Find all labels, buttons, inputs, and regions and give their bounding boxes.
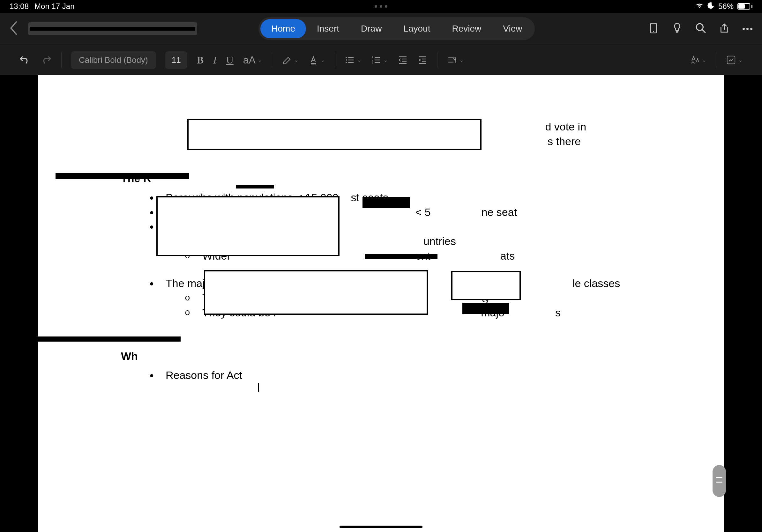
undo-button[interactable]	[19, 54, 31, 66]
app-toolbar: Home Insert Draw Layout Review View	[0, 13, 762, 45]
redaction-box	[362, 197, 410, 208]
text-cursor	[258, 383, 259, 392]
tab-review[interactable]: Review	[441, 19, 492, 38]
ribbon-tabs: Home Insert Draw Layout Review View	[259, 17, 535, 40]
styles-button[interactable]: ⌄	[690, 55, 707, 65]
italic-button[interactable]: I	[213, 54, 217, 66]
redaction-box	[365, 254, 437, 259]
text-size-button[interactable]: aA⌄	[243, 54, 262, 66]
redaction-box	[204, 270, 428, 315]
home-indicator[interactable]	[340, 526, 422, 528]
document-title[interactable]	[28, 22, 197, 35]
multitask-dots[interactable]	[375, 5, 387, 8]
increase-indent-button[interactable]	[418, 55, 427, 65]
svg-line-3	[702, 30, 705, 33]
moon-icon	[708, 2, 715, 11]
scroll-handle[interactable]	[713, 465, 726, 497]
battery-percent: 56%	[718, 2, 733, 11]
tab-layout[interactable]: Layout	[393, 19, 441, 38]
tab-home[interactable]: Home	[261, 19, 306, 38]
section-heading[interactable]: The R	[121, 171, 641, 186]
svg-rect-4	[311, 63, 316, 64]
paragraph-button[interactable]: ⌄	[447, 55, 464, 65]
wifi-icon	[695, 2, 704, 11]
tab-view[interactable]: View	[492, 19, 533, 38]
redaction-box	[462, 303, 509, 314]
redaction-box	[451, 271, 521, 300]
bold-button[interactable]: B	[197, 54, 203, 66]
status-bar: 13:08 Mon 17 Jan 56%	[0, 0, 762, 13]
insert-button[interactable]: ⌄	[726, 55, 743, 65]
section-heading[interactable]: Wh	[121, 349, 641, 364]
battery-icon	[737, 3, 752, 10]
redaction-box	[236, 185, 274, 188]
font-selector[interactable]: Calibri Bold (Body)	[71, 51, 156, 69]
more-icon[interactable]	[742, 28, 752, 30]
decrease-indent-button[interactable]	[398, 55, 408, 65]
clock-date: Mon 17 Jan	[35, 2, 74, 11]
bullets-button[interactable]: ⌄	[344, 55, 361, 65]
document-page[interactable]: Signi d vote in neigh s there The R Boro…	[38, 75, 724, 532]
redaction-box	[156, 196, 340, 256]
lightbulb-icon[interactable]	[672, 23, 683, 35]
svg-point-1	[653, 31, 654, 32]
svg-point-5	[345, 57, 347, 58]
highlight-button[interactable]: ⌄	[282, 55, 299, 65]
tab-insert[interactable]: Insert	[306, 19, 350, 38]
svg-point-9	[345, 62, 347, 63]
underline-button[interactable]: U	[226, 54, 234, 66]
numbering-button[interactable]: 123⌄	[371, 55, 388, 65]
search-icon[interactable]	[695, 23, 706, 35]
redo-button[interactable]	[40, 54, 52, 66]
font-color-button[interactable]: ⌄	[308, 55, 325, 65]
redaction-box	[55, 173, 189, 179]
svg-text:3: 3	[372, 61, 373, 64]
redaction-box	[187, 119, 482, 150]
font-size-selector[interactable]: 11	[165, 51, 187, 69]
share-icon[interactable]	[719, 23, 730, 35]
tab-draw[interactable]: Draw	[350, 19, 393, 38]
svg-rect-28	[727, 56, 735, 64]
format-toolbar: Calibri Bold (Body) 11 B I U aA⌄ ⌄ ⌄ ⌄ 1…	[0, 45, 762, 75]
list-item[interactable]: Reasons for Act	[150, 368, 641, 383]
document-canvas[interactable]: Signi d vote in neigh s there The R Boro…	[0, 75, 762, 532]
svg-point-7	[345, 59, 347, 61]
back-button[interactable]	[10, 21, 19, 36]
mobile-view-icon[interactable]	[648, 23, 659, 35]
clock-time: 13:08	[10, 2, 29, 11]
redaction-box	[33, 337, 181, 342]
